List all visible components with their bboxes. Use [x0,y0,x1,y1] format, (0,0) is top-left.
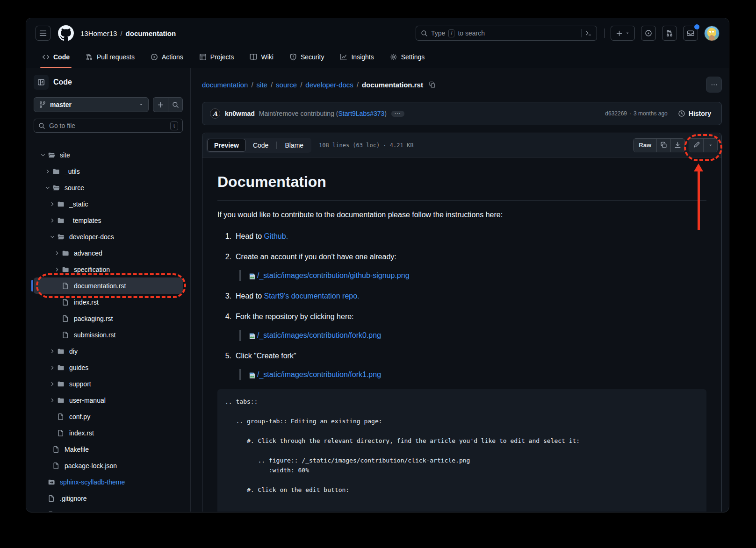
commit-author[interactable]: kn0wmad [225,110,255,117]
item-label: user-manual [69,397,106,404]
kebab-icon [711,81,718,88]
inbox-button[interactable] [683,26,698,41]
copy-file-button[interactable] [656,139,670,152]
tree-item-documentation.rst[interactable]: documentation.rst [34,278,183,294]
create-new-button[interactable] [611,26,635,41]
inbox-icon [687,29,694,37]
three-bars-icon [39,29,47,37]
tree-item-index.rst[interactable]: index.rst [34,294,183,310]
tab-code[interactable]: Code [37,46,74,68]
tab-projects[interactable]: Projects [194,46,239,68]
issues-button[interactable] [641,26,656,41]
tree-item-site[interactable]: site [34,147,183,163]
tree-item-submission.rst[interactable]: submission.rst [34,327,183,343]
tree-item-partial[interactable] [34,506,183,512]
github-logo-icon[interactable] [58,25,74,41]
breadcrumb-separator: / [300,81,302,89]
more-options-button[interactable] [706,77,722,93]
code-text: .. tabs:: .. group-tab:: Editing an exis… [225,397,699,495]
tree-item-diy[interactable]: diy [34,343,183,359]
chevron-right-icon [43,168,52,175]
tree-item-index.rst[interactable]: index.rst [34,425,183,441]
tree-item-package-lock.json[interactable]: package-lock.json [34,457,183,474]
history-button[interactable]: History [675,109,714,118]
view-tab-code[interactable]: Code [246,139,275,152]
doc-link[interactable]: Github. [264,232,288,240]
item-label: package-lock.json [65,462,117,470]
tree-item-user-manual[interactable]: user-manual [34,392,183,408]
tree-item-.gitignore[interactable]: .gitignore [34,490,183,506]
doc-step-3: 3.Head to Start9's documentation repo. [221,291,706,302]
copy-icon [660,142,667,149]
search-icon [421,30,428,37]
tree-item-conf.py[interactable]: conf.py [34,408,183,425]
commit-sha-link[interactable]: d632269 [605,110,627,117]
global-menu-button[interactable] [36,26,50,41]
add-file-button[interactable] [153,97,168,112]
tree-item-_utils[interactable]: _utils [34,163,183,179]
breadcrumb-link-source[interactable]: source [276,81,297,89]
copy-path-icon[interactable] [429,81,436,88]
broken-image-icon [249,332,256,339]
tree-item-specification[interactable]: specification [34,261,183,278]
breadcrumb-link-documentation[interactable]: documentation [202,81,248,89]
image-path-link[interactable]: /_static/images/contribution/fork1.png [257,369,381,380]
file-icon [57,429,65,437]
tree-item-support[interactable]: support [34,376,183,392]
tree-item-source[interactable]: source [34,179,183,196]
browser-viewport: 13Homer13/documentation Type / to search [26,18,729,512]
breadcrumb-link-developer-docs[interactable]: developer-docs [305,81,353,89]
tree-item-guides[interactable]: guides [34,359,183,376]
collapse-sidebar-button[interactable] [34,75,49,90]
owner-link[interactable]: 13Homer13 [80,29,117,37]
tree-item-_static[interactable]: _static [34,196,183,212]
item-label: _templates [69,217,101,224]
commit-pr-link[interactable]: Start9Labs#373 [338,110,384,117]
download-button[interactable] [670,139,684,152]
commit-author-avatar[interactable]: A [210,108,220,119]
commit-expand-button[interactable]: ··· [391,111,404,117]
go-to-file-input[interactable]: Go to file t [34,119,183,133]
search-this-repo-button[interactable] [168,97,183,112]
image-path-link[interactable]: /_static/images/contribution/fork0.png [257,330,381,341]
item-label: documentation.rst [74,282,126,290]
tree-item-packaging.rst[interactable]: packaging.rst [34,310,183,327]
tree-item-sphinx-scylladb-theme[interactable]: sphinx-scylladb-theme [34,474,183,490]
commit-message: Maint/remove contributing (Start9Labs#37… [259,110,387,117]
tree-item-advanced[interactable]: advanced [34,245,183,261]
tab-pull-requests[interactable]: Pull requests [81,46,139,68]
item-label: advanced [74,249,102,257]
chevron-spacer [38,511,48,513]
pull-requests-button[interactable] [662,26,677,41]
search-input[interactable]: Type / to search [416,26,597,41]
tree-item-developer-docs[interactable]: developer-docs [34,228,183,245]
terminal-icon[interactable] [585,30,592,36]
doc-link[interactable]: Start9's documentation repo. [264,292,359,300]
tab-wiki[interactable]: Wiki [245,46,278,68]
view-tab-blame[interactable]: Blame [278,139,310,152]
file-icon [62,331,70,339]
raw-button[interactable]: Raw [634,139,656,152]
edit-file-button[interactable] [689,139,703,152]
branch-selector[interactable]: master [34,97,149,112]
tab-security[interactable]: Security [285,46,329,68]
edit-options-button[interactable] [703,139,717,152]
image-path-link[interactable]: /_static/images/contribution/github-sign… [257,270,410,281]
image-blockquote: /_static/images/contribution/github-sign… [239,270,706,281]
user-avatar[interactable] [704,26,720,41]
caret-down-icon [625,31,630,36]
breadcrumb-link-site[interactable]: site [257,81,267,89]
tree-item-Makefile[interactable]: Makefile [34,441,183,457]
tree-item-_templates[interactable]: _templates [34,212,183,228]
chevron-spacer [48,429,57,437]
chevron-right-icon [48,364,57,371]
tab-actions[interactable]: Actions [146,46,188,68]
view-tab-preview[interactable]: Preview [207,139,246,152]
tab-settings[interactable]: Settings [385,46,430,68]
tab-insights[interactable]: Insights [335,46,378,68]
item-label: source [65,184,84,192]
doc-intro: If you would like to contribute to the d… [217,209,706,221]
repo-link[interactable]: documentation [126,29,176,37]
tab-label: Insights [351,53,374,61]
doc-step-4: 4.Fork the repository by clicking here:/… [221,311,706,341]
